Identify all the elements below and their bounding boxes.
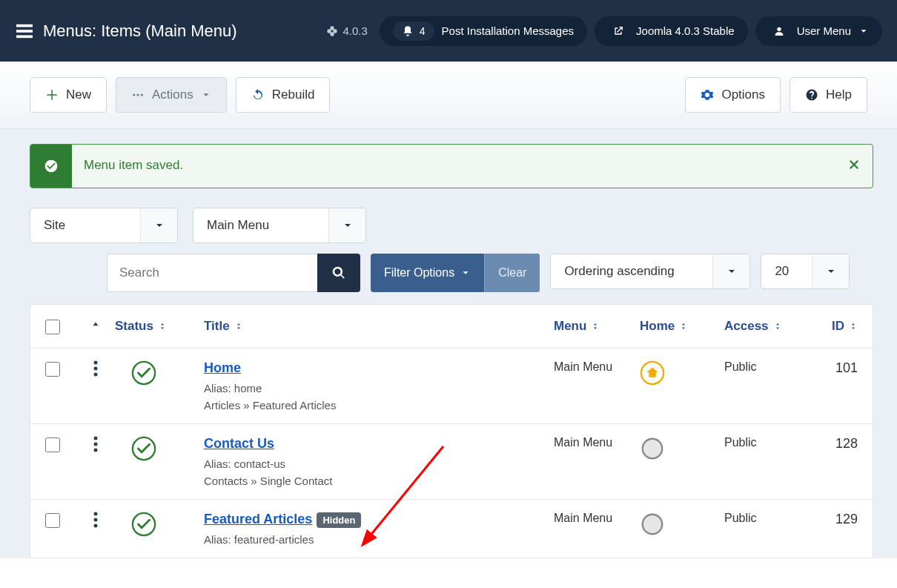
limit-select[interactable]: 20 (761, 254, 850, 289)
search-icon (331, 265, 346, 280)
svg-point-17 (94, 512, 98, 516)
row-title-link[interactable]: Contact Us (204, 436, 274, 451)
help-button[interactable]: Help (790, 77, 867, 113)
search-input[interactable] (107, 254, 317, 292)
menu-items-table: Status Title Menu Home Access ID Home Al… (30, 304, 873, 558)
actions-toolbar: New Actions Rebuild Options Help (0, 62, 897, 129)
row-menu: Main Menu (554, 436, 612, 449)
clear-filter-button[interactable]: Clear (484, 254, 540, 292)
table-row: Featured ArticlesHidden Alias: featured-… (30, 500, 873, 558)
home-unset-icon[interactable] (640, 512, 665, 537)
sort-arrow-up-icon[interactable] (90, 320, 101, 330)
svg-rect-2 (16, 35, 33, 38)
ordering-select[interactable]: Ordering ascending (550, 254, 750, 289)
svg-point-16 (643, 439, 662, 458)
ellipsis-icon (131, 88, 145, 102)
success-alert: Menu item saved. (30, 144, 873, 188)
question-icon (805, 88, 818, 102)
user-menu-button[interactable]: User Menu (755, 16, 882, 46)
row-title-link[interactable]: Featured Articles (204, 512, 312, 526)
alert-close-button[interactable] (835, 145, 873, 188)
chevron-down-icon (342, 219, 354, 231)
sync-icon (251, 88, 265, 102)
chevron-down-icon (825, 265, 837, 277)
page-title: Menus: Items (Main Menu) (43, 22, 237, 41)
client-select[interactable]: Site (30, 208, 178, 243)
row-alias: Alias: contact-us (204, 457, 554, 470)
chevron-down-icon (460, 268, 471, 278)
sort-icon (158, 322, 167, 331)
title-column-header[interactable]: Title (204, 319, 243, 334)
options-button[interactable]: Options (685, 77, 781, 113)
row-actions-menu[interactable] (93, 518, 98, 530)
row-menu: Main Menu (554, 360, 612, 373)
user-icon (773, 25, 785, 37)
table-row: Home Alias: home Articles » Featured Art… (30, 348, 873, 424)
row-type: Contacts » Single Contact (204, 475, 554, 487)
svg-point-12 (94, 437, 98, 440)
filter-options-button[interactable]: Filter Options Clear (371, 254, 540, 292)
row-actions-menu[interactable] (93, 366, 98, 379)
home-default-icon[interactable] (640, 360, 665, 386)
kebab-icon (93, 512, 98, 528)
joomla-version: 4.0.3 (326, 24, 367, 37)
home-unset-icon[interactable] (640, 436, 665, 461)
alert-message: Menu item saved. (72, 145, 835, 188)
external-link-icon (612, 25, 624, 37)
row-menu: Main Menu (554, 512, 612, 524)
svg-point-14 (94, 449, 98, 452)
chevron-down-icon (858, 26, 869, 36)
row-checkbox[interactable] (45, 513, 60, 528)
rebuild-button[interactable]: Rebuild (236, 77, 331, 113)
row-access: Public (724, 512, 757, 524)
status-column-header[interactable]: Status (115, 319, 167, 334)
content-area: Menu item saved. Site Main Menu Filter O… (0, 129, 897, 558)
status-published-icon[interactable] (131, 360, 156, 386)
new-button[interactable]: New (30, 77, 107, 113)
chevron-down-icon (201, 90, 211, 100)
check-circle-icon (30, 145, 72, 188)
svg-point-19 (94, 524, 98, 528)
menu-column-header[interactable]: Menu (554, 319, 600, 334)
row-id: 129 (835, 512, 858, 526)
actions-button[interactable]: Actions (116, 77, 227, 113)
table-row: Contact Us Alias: contact-us Contacts » … (30, 424, 873, 500)
row-actions-menu[interactable] (93, 442, 98, 455)
row-id: 128 (835, 436, 858, 451)
plus-icon (45, 88, 59, 102)
access-column-header[interactable]: Access (724, 319, 782, 334)
kebab-icon (93, 436, 98, 452)
menu-toggle-icon[interactable] (15, 23, 34, 39)
select-all-checkbox[interactable] (45, 320, 60, 334)
svg-point-18 (94, 518, 98, 522)
row-checkbox[interactable] (45, 362, 60, 377)
svg-point-6 (141, 94, 143, 96)
post-install-messages-button[interactable]: 4 Post Installation Messages (380, 16, 587, 46)
svg-point-7 (94, 361, 98, 365)
sort-icon (773, 322, 782, 331)
menu-select[interactable]: Main Menu (193, 208, 366, 243)
chevron-down-icon (153, 219, 165, 231)
row-title-link[interactable]: Home (204, 360, 241, 375)
svg-rect-0 (16, 24, 33, 27)
sort-icon (234, 322, 243, 331)
row-alias: Alias: featured-articles (204, 533, 554, 546)
status-published-icon[interactable] (131, 436, 156, 461)
joomla-icon (326, 25, 338, 37)
search-button[interactable] (317, 254, 360, 292)
svg-point-13 (94, 443, 98, 446)
svg-point-9 (94, 373, 98, 377)
row-checkbox[interactable] (45, 437, 60, 452)
sort-icon (591, 322, 600, 331)
sort-icon (679, 322, 688, 331)
svg-point-4 (133, 94, 135, 96)
row-access: Public (724, 436, 757, 449)
hidden-badge: Hidden (317, 512, 361, 528)
status-published-icon[interactable] (131, 512, 156, 537)
home-column-header[interactable]: Home (640, 319, 688, 334)
joomla-stable-button[interactable]: Joomla 4.0.3 Stable (595, 16, 748, 46)
bell-icon (402, 25, 414, 37)
id-column-header[interactable]: ID (832, 319, 858, 334)
svg-point-5 (137, 94, 139, 96)
close-icon (847, 158, 861, 171)
